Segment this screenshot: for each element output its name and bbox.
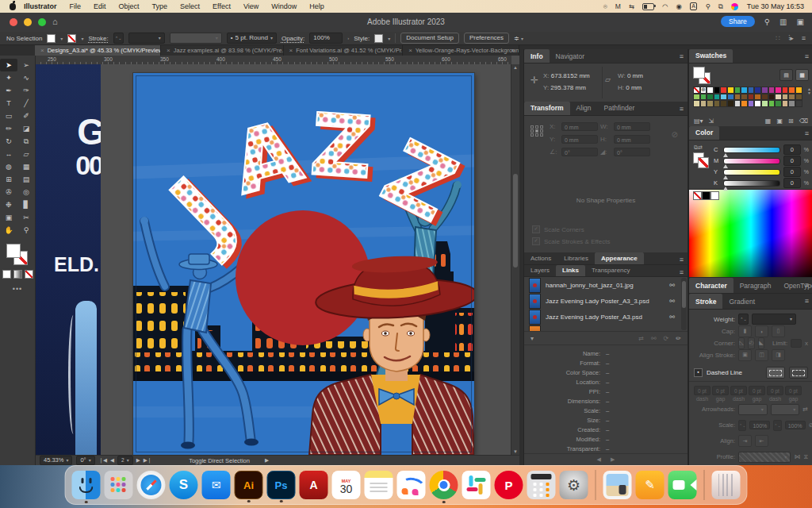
swatches-fill-stroke[interactable]	[693, 67, 712, 84]
mesh-tool[interactable]: ⊞	[0, 173, 17, 186]
tab-layers[interactable]: Layers	[524, 265, 556, 276]
document-tab[interactable]: ×Jazz examples.ai @ 83.98 % (CMYK/Pre...	[161, 45, 284, 56]
transform-x-field[interactable]: 0 mm	[561, 122, 598, 131]
butt-cap-icon[interactable]: ▮	[738, 325, 752, 337]
battery-icon[interactable]	[642, 3, 654, 10]
tab-libraries[interactable]: Libraries	[557, 252, 595, 264]
dock-finder-icon[interactable]	[72, 471, 101, 499]
color-spectrum[interactable]	[689, 189, 812, 279]
variable-width-combo[interactable]: ▾	[170, 33, 222, 44]
close-icon[interactable]: ×	[40, 47, 44, 54]
swatch[interactable]	[700, 87, 707, 94]
lasso-tool[interactable]: ∿	[17, 71, 35, 84]
tab-navigator[interactable]: Navigator	[550, 49, 591, 63]
fill-stroke-indicator[interactable]	[6, 243, 29, 267]
close-icon[interactable]: ×	[167, 47, 170, 54]
prev-link-icon[interactable]: ◀	[597, 456, 601, 463]
swatch[interactable]	[734, 87, 741, 94]
link-row[interactable]: Jazz Evening Lady Poster_A3_3.psd⚯	[524, 293, 688, 309]
swatch[interactable]	[768, 87, 776, 94]
none-mode-button[interactable]	[25, 270, 33, 279]
transform-h-field[interactable]: 0 mm	[614, 135, 650, 144]
selection-tool[interactable]: ➤	[0, 59, 17, 71]
side-artboard[interactable]: G 00 ELD.	[36, 64, 101, 455]
dock-slack-icon[interactable]	[462, 471, 491, 499]
blend-tool[interactable]: ◎	[17, 186, 35, 198]
swatch[interactable]	[748, 94, 755, 101]
swatch[interactable]	[714, 94, 721, 101]
swatch[interactable]	[761, 94, 768, 101]
spotlight-icon[interactable]: ⚲	[705, 2, 710, 10]
new-swatch-icon[interactable]: ⊞	[788, 117, 794, 125]
link-row[interactable]: Jazz Evening Lady Poster_A3.psd⚯	[524, 309, 688, 325]
edit-original-icon[interactable]: ✏	[676, 335, 681, 342]
red-circle[interactable]	[236, 210, 370, 345]
cmyk-slider-C[interactable]: C0%	[714, 144, 809, 156]
wifi-icon[interactable]: ◠	[662, 2, 668, 10]
menu-select[interactable]: Select	[180, 2, 200, 10]
panel-menu-icon[interactable]: ≡	[805, 297, 809, 305]
status-expand-icon[interactable]: ▶	[265, 457, 269, 464]
dock-photoshop-icon[interactable]: Ps	[267, 471, 296, 499]
chevron-down-icon[interactable]: ▾	[60, 36, 63, 41]
tab-gradient[interactable]: Gradient	[722, 294, 761, 309]
swatch[interactable]	[775, 87, 782, 94]
swatch[interactable]	[741, 94, 748, 101]
panel-menu-icon[interactable]: ≡	[805, 129, 809, 137]
swatch[interactable]	[761, 87, 768, 94]
stroke-weight-label[interactable]: Stroke:	[88, 35, 108, 42]
swatch[interactable]	[754, 94, 761, 101]
round-join-icon[interactable]: ◴	[748, 337, 754, 349]
panel-menu-icon[interactable]: ≡	[802, 34, 806, 43]
relink-icon[interactable]: ⇄	[638, 335, 644, 342]
zoom-level[interactable]: 45.33%▾	[40, 456, 72, 465]
screen-record-icon[interactable]: ⌾	[603, 2, 607, 10]
dashed-line-checkbox[interactable]: ▪	[694, 368, 703, 377]
swatch[interactable]	[707, 87, 714, 94]
input-source-icon[interactable]: A	[690, 2, 698, 10]
document-setup-button[interactable]: Document Setup	[400, 33, 459, 44]
cmyk-slider-M[interactable]: M0%	[714, 156, 809, 167]
user-account-icon[interactable]: ◉	[676, 2, 681, 10]
arrowhead-end-combo[interactable]: ▾	[771, 404, 800, 415]
dock-chrome-icon[interactable]	[430, 471, 458, 499]
swatch[interactable]	[734, 100, 741, 107]
close-icon[interactable]: ×	[408, 47, 412, 54]
black-swatch[interactable]	[702, 191, 710, 200]
eraser-tool[interactable]: ◪	[17, 122, 35, 135]
jazz-poster-artboard[interactable]: J A Z Z J A Z Z	[133, 73, 474, 455]
scale-strokes-checkbox[interactable]: ✓	[532, 237, 540, 245]
dock-mail-icon[interactable]: ✉	[202, 471, 231, 499]
link-row[interactable]: hannah_jonny_hot_jazz_01.jpg⚯	[524, 277, 688, 293]
column-graph-tool[interactable]: ▊	[17, 198, 35, 211]
swatch[interactable]	[693, 100, 700, 107]
new-folder-icon[interactable]: ▣	[776, 117, 783, 125]
panel-menu-icon[interactable]: ≡	[680, 105, 684, 113]
swatch[interactable]	[741, 87, 748, 94]
transform-w-field[interactable]: 0 mm	[614, 122, 650, 131]
tab-appearance[interactable]: Appearance	[595, 252, 644, 264]
curvature-tool[interactable]: ✑	[17, 84, 35, 97]
dock-acrobat-icon[interactable]: A	[300, 471, 328, 499]
list-view-icon[interactable]: ▤	[779, 69, 793, 81]
opacity-expand-icon[interactable]: ›	[347, 36, 349, 40]
swatch[interactable]	[782, 94, 789, 101]
bevel-join-icon[interactable]: ◣	[758, 337, 764, 349]
pasteboard[interactable]: G 00 ELD.	[35, 64, 511, 455]
panel-menu-icon[interactable]: ≡	[805, 281, 809, 289]
place-arrow-icon[interactable]: ⇤	[755, 435, 768, 447]
workspace-switcher-icon[interactable]: ▥	[779, 17, 787, 26]
preserve-dash-icon[interactable]	[766, 367, 785, 379]
line-segment-tool[interactable]: ╱	[17, 97, 35, 110]
align-center-icon[interactable]: ▣	[738, 349, 752, 361]
stroke-weight-combo[interactable]: ▾	[128, 33, 165, 44]
color-mode-button[interactable]	[2, 270, 11, 279]
none-swatch[interactable]	[693, 191, 702, 200]
type-tool[interactable]: T	[0, 97, 17, 110]
shape-builder-tool[interactable]: ◍	[0, 160, 17, 173]
arrange-icon[interactable]: ∷	[776, 34, 780, 43]
scale-tool[interactable]: ⧉	[17, 135, 35, 148]
document-tab[interactable]: ×Yellow-Orange-Rays-Vector-Background	[403, 45, 519, 56]
add-from-library-icon[interactable]: ⇲	[709, 117, 714, 125]
projecting-cap-icon[interactable]: ▯	[772, 325, 785, 337]
